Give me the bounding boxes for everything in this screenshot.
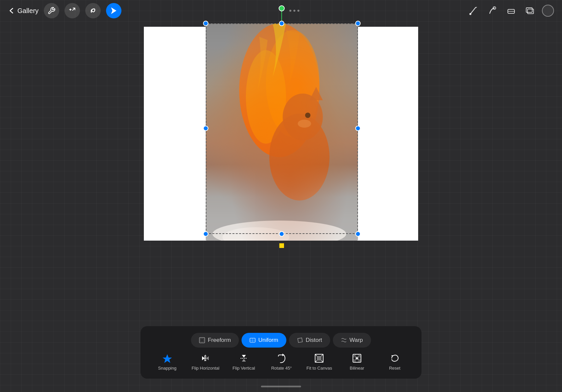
bottom-toolbar: Freeform Uniform Distort (140, 326, 421, 379)
brush-icon (468, 5, 479, 16)
rotate-icon (276, 353, 287, 364)
artwork-image (206, 23, 358, 241)
tab-freeform[interactable]: Freeform (191, 333, 239, 348)
eraser-icon (506, 5, 517, 16)
svg-rect-5 (528, 9, 534, 14)
anchor-point[interactable] (279, 243, 284, 248)
flip-vertical-icon (239, 353, 249, 364)
fit-to-canvas-label: Fit to Canvas (306, 366, 332, 371)
bilinear-label: Bilinear (350, 366, 364, 371)
magic-button[interactable] (65, 3, 80, 18)
warp-icon (341, 337, 347, 343)
arrow-icon (109, 6, 118, 15)
reset-label: Reset (389, 366, 400, 371)
canvas[interactable] (144, 27, 418, 241)
svg-rect-4 (526, 8, 532, 12)
reset-icon (389, 353, 400, 364)
flip-vertical-button[interactable]: Flip Vertical (230, 353, 257, 371)
svg-point-13 (298, 120, 311, 128)
uniform-icon (250, 337, 256, 343)
fit-to-canvas-icon (314, 353, 324, 364)
freeform-label: Freeform (208, 337, 231, 344)
svg-marker-21 (163, 354, 172, 363)
snapping-button[interactable]: Snapping (154, 353, 181, 371)
fire-svg (206, 23, 358, 241)
svg-rect-16 (199, 338, 205, 343)
flip-horizontal-label: Flip Horizontal (192, 366, 219, 371)
smudge-icon (487, 5, 498, 16)
svg-point-30 (356, 357, 358, 359)
chevron-left-icon (8, 8, 15, 14)
uniform-label: Uniform (258, 337, 278, 344)
top-bar: Gallery (0, 0, 562, 21)
eraser-tool-button[interactable] (504, 4, 518, 17)
flip-vertical-label: Flip Vertical (232, 366, 255, 371)
svg-line-0 (73, 8, 75, 10)
svg-point-33 (354, 360, 355, 362)
flip-horizontal-button[interactable]: Flip Horizontal (192, 353, 219, 371)
scribble-icon (89, 6, 97, 15)
gallery-button[interactable]: Gallery (8, 7, 38, 15)
svg-rect-17 (200, 339, 204, 342)
top-bar-right (467, 4, 554, 17)
layers-icon (525, 5, 535, 16)
svg-rect-24 (317, 356, 321, 361)
svg-point-32 (359, 355, 360, 356)
svg-point-31 (354, 355, 355, 356)
smudge-tool-button[interactable] (486, 4, 499, 17)
bilinear-icon (352, 353, 362, 364)
gallery-label: Gallery (17, 7, 38, 15)
reset-button[interactable]: Reset (381, 353, 408, 371)
svg-point-34 (359, 360, 360, 362)
fit-to-canvas-button[interactable]: Fit to Canvas (306, 353, 333, 371)
magic-icon (68, 7, 76, 15)
tab-warp[interactable]: Warp (333, 333, 371, 348)
flip-horizontal-icon (200, 353, 211, 364)
dot-1 (289, 10, 291, 12)
bilinear-button[interactable]: Bilinear (344, 353, 370, 371)
transform-mode-tabs: Freeform Uniform Distort (191, 333, 371, 348)
rotate-button[interactable]: Rotate 45° (268, 353, 295, 371)
snapping-icon (162, 353, 173, 364)
top-bar-center (289, 10, 299, 12)
arrow-button[interactable] (106, 3, 121, 18)
rotate-label: Rotate 45° (271, 366, 292, 371)
svg-point-1 (469, 13, 471, 15)
tab-distort[interactable]: Distort (289, 333, 330, 348)
brush-tool-button[interactable] (467, 4, 480, 17)
wrench-button[interactable] (44, 3, 59, 18)
svg-point-12 (305, 113, 310, 118)
top-bar-left: Gallery (8, 3, 121, 18)
scrollbar-indicator[interactable] (261, 386, 301, 387)
profile-circle (542, 5, 554, 17)
warp-label: Warp (350, 337, 363, 344)
svg-point-11 (283, 94, 323, 140)
toolbar-actions: Snapping Flip Horizontal (151, 353, 411, 371)
distort-icon (297, 337, 303, 343)
layers-button[interactable] (523, 4, 537, 17)
freeform-icon (199, 337, 205, 343)
s-button[interactable] (85, 3, 101, 18)
wrench-icon (48, 7, 56, 15)
snapping-label: Snapping (158, 366, 177, 371)
tab-uniform[interactable]: Uniform (242, 333, 286, 348)
distort-label: Distort (306, 337, 322, 344)
dot-2 (293, 10, 295, 12)
dot-3 (297, 10, 299, 12)
